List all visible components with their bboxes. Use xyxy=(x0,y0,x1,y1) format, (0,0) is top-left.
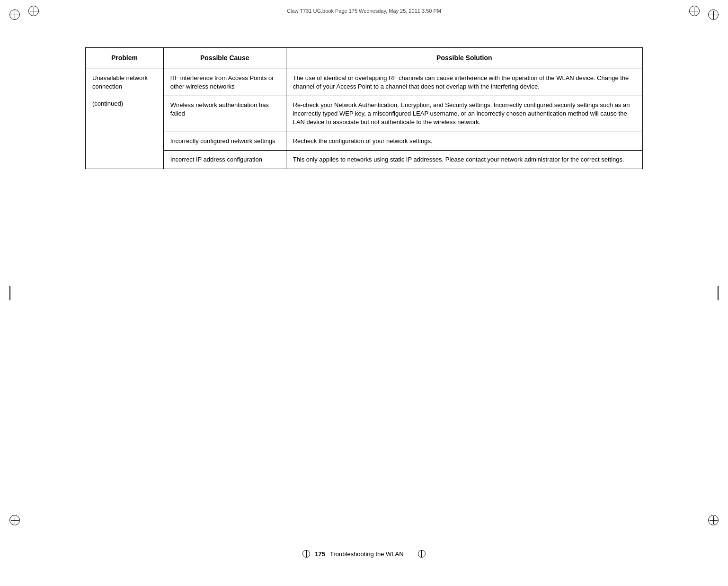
side-marker-right xyxy=(718,286,719,300)
table-row: Incorrect IP address configuration This … xyxy=(86,150,643,169)
table-row: Incorrectly configured network settings … xyxy=(86,132,643,150)
table-row: Wireless network authentication has fail… xyxy=(86,96,643,132)
cause-cell-incorrect-config: Incorrectly configured network settings xyxy=(163,132,286,150)
footer-section-title: Troubleshooting the WLAN xyxy=(330,550,404,558)
cause-text-auth: Wireless network authentication has fail… xyxy=(170,101,269,117)
footer-page-number: 175 xyxy=(315,550,325,558)
footer-crosshair-right xyxy=(418,550,426,558)
cause-cell-rf-interference: RF interference from Access Points or ot… xyxy=(163,69,286,96)
problem-text-continued: (continued) xyxy=(92,100,123,107)
side-marker-left xyxy=(9,286,10,300)
footer-crosshair xyxy=(302,550,310,558)
solution-cell-auth-failed: Re-check your Network Authentication, En… xyxy=(286,96,642,132)
problem-text-unavailable: Unavailable network connection xyxy=(92,74,148,90)
cause-text-config: Incorrectly configured network settings xyxy=(170,137,275,144)
table-row: Unavailable network connection (continue… xyxy=(86,69,643,96)
cause-text-rf: RF interference from Access Points or ot… xyxy=(170,74,274,90)
solution-text-rf: The use of identical or overlapping RF c… xyxy=(293,74,629,90)
corner-crosshair-tl xyxy=(9,9,24,24)
header-crosshair-right xyxy=(689,6,700,16)
solution-cell-rf-interference: The use of identical or overlapping RF c… xyxy=(286,69,642,96)
corner-crosshair-bl xyxy=(9,515,24,529)
header-meta-text: Claw T731 UG.book Page 175 Wednesday, Ma… xyxy=(287,8,441,14)
solution-text-config: Recheck the configuration of your networ… xyxy=(293,137,433,144)
header-crosshair-left xyxy=(28,6,39,16)
solution-text-auth: Re-check your Network Authentication, En… xyxy=(293,101,630,126)
problem-cell-unavailable: Unavailable network connection (continue… xyxy=(86,69,164,169)
cause-text-ip: Incorrect IP address configuration xyxy=(170,156,262,163)
page-footer: 175 Troubleshooting the WLAN xyxy=(28,550,700,558)
header-solution: Possible Solution xyxy=(286,48,642,69)
troubleshooting-table: Problem Possible Cause Possible Solution… xyxy=(85,47,643,169)
table-header-row: Problem Possible Cause Possible Solution xyxy=(86,48,643,69)
solution-cell-incorrect-config: Recheck the configuration of your networ… xyxy=(286,132,642,150)
cause-cell-auth-failed: Wireless network authentication has fail… xyxy=(163,96,286,132)
solution-cell-ip-address: This only applies to networks using stat… xyxy=(286,150,642,169)
page-header: Claw T731 UG.book Page 175 Wednesday, Ma… xyxy=(28,6,700,16)
cause-cell-ip-address: Incorrect IP address configuration xyxy=(163,150,286,169)
header-cause: Possible Cause xyxy=(163,48,286,69)
solution-text-ip: This only applies to networks using stat… xyxy=(293,156,624,163)
page-container: Claw T731 UG.book Page 175 Wednesday, Ma… xyxy=(0,0,728,586)
corner-crosshair-tr xyxy=(704,9,719,24)
main-content: Problem Possible Cause Possible Solution… xyxy=(85,47,643,169)
corner-crosshair-br xyxy=(704,515,719,529)
header-problem: Problem xyxy=(86,48,164,69)
